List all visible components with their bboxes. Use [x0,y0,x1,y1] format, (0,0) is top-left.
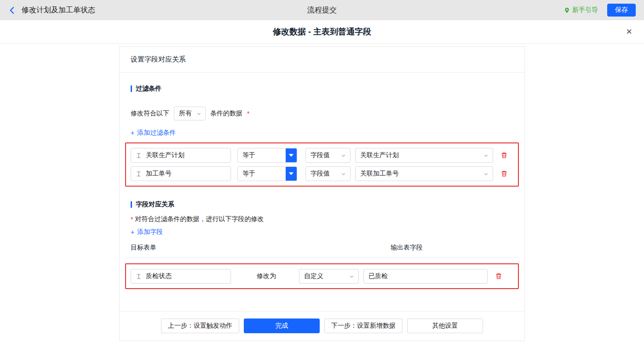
plus-icon: + [131,129,134,137]
dropdown-arrow-button[interactable] [286,167,297,181]
column-target-form: 目标表单 [131,244,391,252]
field-value: 关联生产计划 [146,151,184,159]
compare-value: 关联加工单号 [360,170,399,178]
trash-icon [500,170,508,177]
chevron-down-icon [483,171,489,176]
operator-value: 等于 [238,148,286,162]
delete-row-button[interactable] [500,152,508,159]
plus-icon: + [131,228,134,236]
custom-value-input[interactable]: 已质检 [363,269,488,284]
condition-line: 修改符合以下 所有 条件的数据 * [131,107,519,120]
mapping-section-title: 字段对应关系 [131,200,519,209]
required-asterisk: * [131,216,133,223]
delete-row-button[interactable] [495,273,502,280]
trash-icon [495,273,502,280]
text-field-icon [136,153,142,159]
beginner-guide-link[interactable]: 新手引导 [564,6,598,14]
field-input[interactable]: 关联生产计划 [131,148,231,163]
value-type-select[interactable]: 字段值 [305,166,351,181]
panel-footer: 上一步：设置触发动作 完成 下一步：设置新增数据 其他设置 [120,311,524,341]
compare-value: 关联生产计划 [360,151,399,159]
done-button[interactable]: 完成 [244,319,320,333]
filter-row: 关联生产计划 等于 字段值 关联生产计划 [131,148,513,163]
section-bar-icon [131,201,132,208]
panel-header: 设置字段对应关系 [120,47,524,73]
filter-section-label: 过滤条件 [136,85,161,93]
modify-to-label: 修改为 [257,272,276,280]
add-field-label: 添加字段 [137,228,163,236]
field-input[interactable]: 加工单号 [131,166,231,181]
condition-mode-value: 所有 [179,109,192,118]
location-pin-icon [564,7,570,14]
filter-section-title: 过滤条件 [131,85,519,93]
condition-mode-select[interactable]: 所有 [174,107,206,120]
back-icon[interactable] [8,6,16,14]
value-type-value: 字段值 [310,151,330,159]
compare-value-select[interactable]: 关联加工单号 [355,166,493,181]
text-field-icon [136,273,142,279]
field-value: 加工单号 [146,170,172,178]
beginner-guide-label: 新手引导 [572,6,598,14]
settings-panel: 设置字段对应关系 过滤条件 修改符合以下 所有 条件的数据 * + 添加过滤条件 [119,46,525,341]
modal-title: 修改数据 - 主表到普通字段 [273,26,371,37]
section-bar-icon [131,85,132,92]
add-filter-condition-link[interactable]: + 添加过滤条件 [131,129,176,137]
prev-step-button[interactable]: 上一步：设置触发动作 [161,319,239,333]
mapping-row: 质检状态 修改为 自定义 已质检 [131,269,513,284]
mapping-description: * 对符合过滤条件的数据，进行以下字段的修改 [131,215,519,223]
value-source-value: 自定义 [304,272,323,280]
save-button[interactable]: 保存 [607,4,636,17]
workflow-title: 修改计划及加工单状态 [22,6,95,15]
chevron-down-icon [483,153,489,158]
process-submit-title: 流程提交 [0,6,644,15]
highlight-box-mapping-row: 质检状态 修改为 自定义 已质检 [125,263,519,289]
mapping-description-text: 对符合过滤条件的数据，进行以下字段的修改 [135,215,264,223]
condition-prefix: 修改符合以下 [131,109,169,118]
operator-select[interactable]: 等于 [237,148,297,163]
topbar: 修改计划及加工单状态 流程提交 新手引导 保存 [0,0,644,20]
next-step-button[interactable]: 下一步：设置新增数据 [324,319,402,333]
add-filter-condition-label: 添加过滤条件 [137,129,176,137]
custom-value: 已质检 [368,272,388,280]
delete-row-button[interactable] [500,170,508,177]
modal-header: 修改数据 - 主表到普通字段 × [0,20,644,44]
add-field-link[interactable]: + 添加字段 [131,228,163,236]
chevron-down-icon [196,111,201,116]
compare-value-select[interactable]: 关联生产计划 [355,148,493,163]
target-field-input[interactable]: 质检状态 [131,269,231,284]
mapping-section-label: 字段对应关系 [136,200,174,209]
required-asterisk: * [247,110,249,117]
chevron-down-icon [341,153,346,158]
highlight-box-filter-rows: 关联生产计划 等于 字段值 关联生产计划 [125,142,519,187]
close-icon[interactable]: × [626,27,632,37]
other-settings-button[interactable]: 其他设置 [407,319,483,333]
filter-row: 加工单号 等于 字段值 关联加工单号 [131,166,513,181]
text-field-icon [136,171,142,177]
chevron-down-icon [349,274,354,279]
trash-icon [500,152,508,159]
value-source-select[interactable]: 自定义 [299,269,359,284]
chevron-down-icon [341,171,346,176]
operator-value: 等于 [238,167,286,181]
dropdown-arrow-button[interactable] [286,148,297,162]
value-type-value: 字段值 [310,170,330,178]
operator-select[interactable]: 等于 [237,166,297,181]
condition-suffix: 条件的数据 [210,109,242,118]
target-field-value: 质检状态 [146,272,172,280]
column-output-field: 输出表字段 [391,244,423,252]
mapping-columns-header: 目标表单 输出表字段 [125,244,519,258]
value-type-select[interactable]: 字段值 [305,148,351,163]
